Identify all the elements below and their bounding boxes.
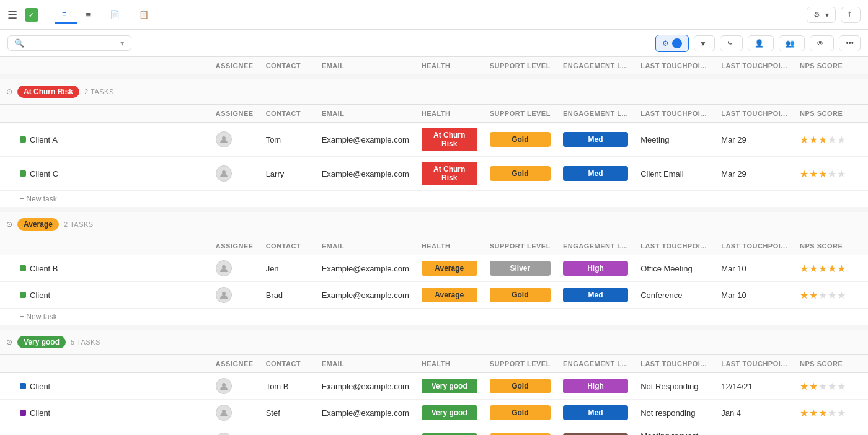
- star-icon: ★: [818, 407, 827, 419]
- share-button[interactable]: ⤴: [841, 7, 861, 23]
- new-task-label[interactable]: + New task: [0, 191, 868, 210]
- client-dot: [20, 410, 26, 416]
- assignees-icon: 👥: [786, 39, 795, 48]
- new-task-row[interactable]: + New task: [0, 309, 868, 328]
- group-col-9: NPS SCORE: [794, 105, 868, 123]
- assignees-button[interactable]: 👥: [779, 35, 805, 51]
- group-col-3: EMAIL: [316, 237, 415, 255]
- group-col-0: [0, 105, 210, 123]
- last-tp2-cell: Mar 10: [715, 282, 794, 309]
- tab-feedback[interactable]: 📋: [131, 6, 159, 23]
- star-icon: ★: [800, 168, 808, 180]
- last-tp1-cell: Client Email: [634, 157, 715, 191]
- nav-tabs: ≡ ≡ 📄 📋: [55, 6, 804, 24]
- top-nav: ☰ ✓ ≡ ≡ 📄 📋 ⚙: [0, 0, 868, 30]
- search-box[interactable]: 🔍 ▾: [7, 35, 131, 51]
- nps-score-cell: ★★★★★: [794, 400, 868, 426]
- group-badge: Average: [17, 218, 59, 231]
- support-cell: Gold: [484, 373, 557, 400]
- group-task-count: 5 TASKS: [71, 338, 100, 346]
- engagement-badge: Med: [563, 288, 628, 302]
- health-badge: Average: [422, 261, 477, 276]
- new-task-label[interactable]: + New task: [0, 309, 868, 328]
- last-tp2-cell: Mar 29: [715, 157, 794, 191]
- group-chevron-icon[interactable]: ⊙: [6, 87, 12, 96]
- search-icon: 🔍: [14, 38, 24, 48]
- group-by-button[interactable]: ♥: [694, 35, 715, 51]
- group-col-1: ASSIGNEE: [210, 355, 260, 373]
- client-name-cell[interactable]: Client C: [0, 157, 210, 191]
- col-header-6: ENGAGEMENT L...: [557, 57, 634, 77]
- tab-playbook[interactable]: 📄: [102, 6, 130, 23]
- avatar: [216, 287, 232, 303]
- assignee-cell: [210, 373, 260, 400]
- automate-chevron-icon: ▾: [825, 11, 829, 19]
- main-table: ASSIGNEECONTACTEMAILHEALTHSUPPORT LEVELE…: [0, 57, 868, 435]
- last-tp1-cell: Office Meeting: [634, 255, 715, 282]
- nps-score-cell: ★★★★★: [794, 373, 868, 400]
- group-task-count: 2 TASKS: [84, 88, 114, 95]
- client-dot: [20, 170, 26, 177]
- table-row: Client BJenExample@example.comAverageSil…: [0, 255, 868, 282]
- client-name-cell[interactable]: Client: [0, 400, 210, 426]
- group-col-headers: ASSIGNEECONTACTEMAILHEALTHSUPPORT LEVELE…: [0, 355, 868, 373]
- engagement-badge: Med: [563, 132, 628, 147]
- group-col-6: ENGAGEMENT L...: [557, 105, 634, 123]
- client-name-cell[interactable]: Client: [0, 373, 210, 400]
- avatar: [216, 405, 232, 421]
- hamburger-icon[interactable]: ☰: [7, 8, 17, 22]
- client-name-cell[interactable]: Client: [0, 282, 210, 309]
- email-cell: Example@example.com: [316, 400, 415, 426]
- star-rating: ★★★★★: [800, 263, 862, 275]
- new-task-row[interactable]: + New task: [0, 191, 868, 210]
- group-col-headers: ASSIGNEECONTACTEMAILHEALTHSUPPORT LEVELE…: [0, 237, 868, 255]
- client-name: Client C: [30, 169, 58, 178]
- automate-button[interactable]: ⚙ ▾: [807, 7, 836, 23]
- contact-cell: Brad: [260, 282, 316, 309]
- filter-button[interactable]: ⚙: [655, 35, 689, 52]
- subtasks-button[interactable]: ⤷: [720, 35, 743, 51]
- nps-score-cell: ★★★★★: [794, 282, 868, 309]
- email-cell: Example@example.com: [316, 282, 415, 309]
- group-header-churn: ⊙At Churn Risk2 TASKS: [0, 77, 868, 105]
- col-header-7: LAST TOUCHPOI...: [634, 57, 715, 77]
- renewal-tab-icon: ≡: [86, 10, 91, 19]
- avatar: [216, 433, 232, 435]
- show-button[interactable]: 👁: [810, 35, 834, 51]
- star-icon: ★: [809, 289, 818, 301]
- tab-add-view[interactable]: [161, 11, 175, 19]
- automate-icon: ⚙: [813, 11, 820, 19]
- group-chevron-icon[interactable]: ⊙: [6, 338, 12, 346]
- client-name: Client B: [30, 264, 58, 273]
- more-button[interactable]: •••: [839, 35, 861, 51]
- client-name: Client: [30, 408, 50, 418]
- tab-renewal[interactable]: ≡: [79, 6, 102, 23]
- star-icon: ★: [828, 168, 836, 180]
- client-name-cell[interactable]: Client A: [0, 123, 210, 157]
- group-chevron-icon[interactable]: ⊙: [6, 220, 12, 229]
- contact-cell: Tom B: [260, 373, 316, 400]
- client-name-cell[interactable]: Client: [0, 426, 210, 436]
- group-header-average: ⊙Average2 TASKS: [0, 209, 868, 237]
- toolbar: 🔍 ▾ ⚙ ♥ ⤷ 👤 👥 👁 •••: [0, 30, 868, 57]
- col-header-9: NPS SCORE: [794, 57, 868, 77]
- last-tp1-cell: Not responding: [634, 400, 715, 426]
- me-button[interactable]: 👤: [748, 35, 774, 51]
- group-badge: Very good: [17, 336, 66, 348]
- subtasks-icon: ⤷: [727, 39, 733, 48]
- client-name-cell[interactable]: Client B: [0, 255, 210, 282]
- last-tp2-cell: Mar 29: [715, 123, 794, 157]
- nps-score-cell: ★★★★★: [794, 123, 868, 157]
- group-col-8: LAST TOUCHPOI...: [715, 105, 794, 123]
- tab-engagement[interactable]: ≡: [55, 6, 78, 24]
- health-cell: At Churn Risk: [415, 123, 484, 157]
- group-col-1: ASSIGNEE: [210, 237, 260, 255]
- support-cell: Gold: [484, 123, 557, 157]
- engagement-badge: Med: [563, 166, 628, 181]
- star-icon: ★: [800, 289, 808, 301]
- avatar: [216, 131, 232, 147]
- search-chevron-icon: ▾: [120, 38, 125, 48]
- health-cell: Very good: [415, 426, 484, 436]
- health-cell: Average: [415, 255, 484, 282]
- assignee-cell: [210, 157, 260, 191]
